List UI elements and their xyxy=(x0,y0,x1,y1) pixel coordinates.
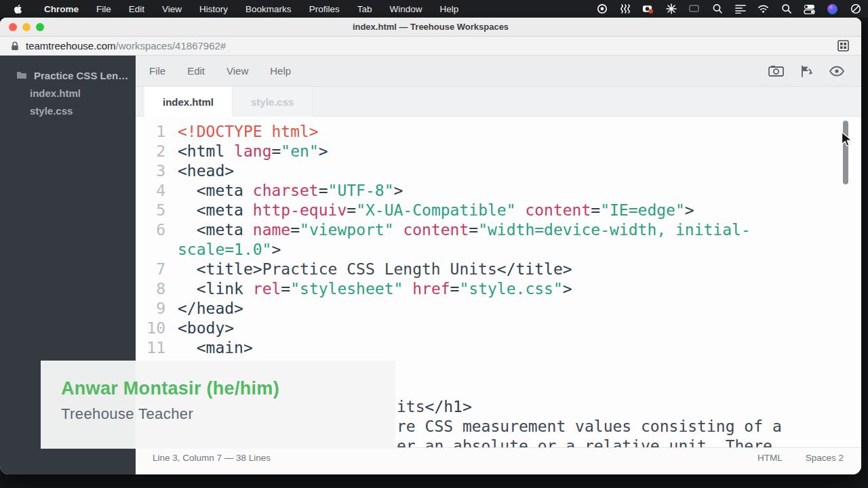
do-not-disturb-icon[interactable] xyxy=(850,3,861,15)
code-token: <head> xyxy=(178,162,234,180)
clipped-code-fragment-3: er an absolute or a relative unit. There xyxy=(397,436,772,447)
code-token: content xyxy=(394,221,469,239)
menubar-item-edit[interactable]: Edit xyxy=(129,4,144,14)
code-token: "UTF-8" xyxy=(328,182,394,199)
code-token: "IE=edge" xyxy=(600,201,685,219)
line-number: 4 xyxy=(136,181,165,201)
workspace-menu-help[interactable]: Help xyxy=(270,65,291,77)
code-token: Practice CSS Length Units xyxy=(262,260,497,278)
code-text: <meta http-equiv="X-UA-Compatible" conte… xyxy=(165,201,694,220)
code-token: rel xyxy=(243,280,281,298)
menubar-item-profiles[interactable]: Profiles xyxy=(309,4,340,14)
waves-icon[interactable] xyxy=(619,3,631,15)
code-token: </head> xyxy=(178,300,243,317)
code-token: "width=device-width, initial- xyxy=(478,221,751,239)
code-line-11: 11 <main> xyxy=(136,338,861,358)
code-line-4: 4 <meta charset="UTF-8"> xyxy=(136,181,861,201)
menubar-item-help[interactable]: Help xyxy=(439,4,458,14)
line-number: 5 xyxy=(136,201,165,220)
zoom-icon[interactable] xyxy=(711,3,723,15)
code-text: scale=1.0"> xyxy=(165,240,281,260)
display-icon[interactable] xyxy=(688,3,700,15)
presenter-lower-third: Anwar Montasir (he/him) Treehouse Teache… xyxy=(41,361,395,449)
presenter-name: Anwar Montasir (he/him) xyxy=(61,378,395,399)
url-path: /workspaces/41867962# xyxy=(116,40,226,52)
list-icon[interactable] xyxy=(734,3,746,15)
menubar-item-bookmarks[interactable]: Bookmarks xyxy=(245,4,292,14)
eye-icon[interactable] xyxy=(829,66,845,77)
menubar-item-file[interactable]: File xyxy=(96,4,111,14)
workspace-menu-file[interactable]: File xyxy=(149,65,165,77)
mouse-cursor xyxy=(841,131,854,152)
code-token: "style.css" xyxy=(459,280,562,298)
line-number: 8 xyxy=(136,279,165,299)
sidebar-project-folder[interactable]: Practice CSS Len… xyxy=(0,66,136,84)
menubar-item-history[interactable]: History xyxy=(199,4,228,14)
code-token: content xyxy=(516,201,591,219)
code-token: <!DOCTYPE html> xyxy=(178,123,319,140)
code-token: "en" xyxy=(281,142,318,160)
code-token: = xyxy=(469,221,478,239)
camera-icon[interactable] xyxy=(768,65,784,77)
code-text: <!DOCTYPE html> xyxy=(165,122,319,142)
code-token: re CSS measurement values consisting of … xyxy=(397,418,782,435)
workspace-menu-view[interactable]: View xyxy=(226,65,248,77)
code-token: > xyxy=(563,280,572,298)
menubar-item-tab[interactable]: Tab xyxy=(357,4,372,14)
control-center-icon[interactable] xyxy=(804,3,815,15)
screen-record-icon[interactable] xyxy=(642,3,654,15)
menubar-item-view[interactable]: View xyxy=(162,4,182,14)
presenter-role: Treehouse Teacher xyxy=(61,405,395,423)
code-token: = xyxy=(591,201,600,219)
url-text[interactable]: teamtreehouse.com/workspaces/41867962# xyxy=(26,40,226,52)
search-icon[interactable] xyxy=(781,3,792,15)
code-token: = xyxy=(319,182,328,199)
syntax-mode[interactable]: HTML xyxy=(757,453,783,463)
line-number: 6 xyxy=(136,220,165,240)
code-token: <meta xyxy=(178,182,243,199)
sidebar-file-style.css[interactable]: style.css xyxy=(0,102,136,119)
code-token: > xyxy=(271,241,281,258)
code-line-wrap-6: scale=1.0"> xyxy=(136,240,861,260)
snowflake-icon[interactable] xyxy=(665,3,677,15)
code-token: = xyxy=(290,221,300,239)
tab-index.html[interactable]: index.html xyxy=(144,87,233,117)
siri-icon[interactable] xyxy=(827,3,838,15)
tab-style.css[interactable]: style.css xyxy=(233,87,313,117)
sidebar-file-index.html[interactable]: index.html xyxy=(0,84,136,102)
code-token: </title> xyxy=(497,260,572,278)
code-line-8: 8 <link rel="stylesheet" href="style.css… xyxy=(136,279,861,299)
code-token: "X-UA-Compatible" xyxy=(356,201,515,219)
code-token: <link xyxy=(178,280,243,298)
vertical-scrollbar-thumb[interactable] xyxy=(843,121,848,184)
code-token: <title> xyxy=(178,260,262,278)
code-text: <main> xyxy=(165,338,253,358)
fork-icon[interactable] xyxy=(800,65,812,77)
menubar-item-chrome[interactable]: Chrome xyxy=(44,4,79,14)
address-bar[interactable]: teamtreehouse.com/workspaces/41867962# xyxy=(0,37,861,56)
indent-setting[interactable]: Spaces 2 xyxy=(806,453,844,463)
url-domain: teamtreehouse.com xyxy=(26,40,116,52)
code-token: <meta xyxy=(178,201,243,219)
lock-icon[interactable] xyxy=(11,41,19,51)
code-token: "viewport" xyxy=(300,221,393,239)
apple-icon[interactable] xyxy=(12,3,24,15)
grid-icon[interactable] xyxy=(837,40,849,54)
workspace-menu-edit[interactable]: Edit xyxy=(187,65,205,77)
wifi-icon[interactable] xyxy=(757,3,769,15)
menubar-item-window[interactable]: Window xyxy=(389,4,422,14)
project-name: Practice CSS Len… xyxy=(34,70,128,81)
record-icon[interactable] xyxy=(596,3,608,15)
code-token: http-equiv xyxy=(243,201,347,219)
code-line-5: 5 <meta http-equiv="X-UA-Compatible" con… xyxy=(136,201,861,220)
line-number: 11 xyxy=(136,338,165,358)
code-text: <html lang="en"> xyxy=(165,142,328,161)
code-token: = xyxy=(272,142,281,160)
editor-statusbar: Line 3, Column 7 — 38 Lines HTML Spaces … xyxy=(136,447,861,474)
workspace-menubar: FileEditViewHelp xyxy=(136,56,861,87)
macos-menubar: ChromeFileEditViewHistoryBookmarksProfil… xyxy=(0,0,868,18)
titlebar[interactable]: index.html — Treehouse Workspaces xyxy=(0,18,861,37)
line-number: 1 xyxy=(136,122,165,142)
code-token: name xyxy=(243,221,290,239)
line-number: 3 xyxy=(136,161,165,181)
